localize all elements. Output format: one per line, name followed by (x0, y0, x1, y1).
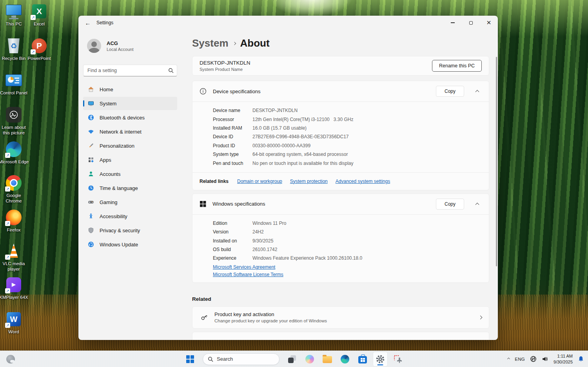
file-explorer-icon (323, 356, 332, 363)
desktop-icon-firefox[interactable]: ↗ Firefox (0, 208, 29, 233)
copilot-button[interactable] (302, 352, 317, 367)
hidden-icons-chevron[interactable] (507, 358, 510, 360)
device-specifications-header[interactable]: Device specifications Copy (192, 81, 489, 101)
desktop-icon-label: This PC (6, 22, 22, 27)
desktop-icon-label: Excel (34, 22, 45, 27)
desktop-icon-google-chrome[interactable]: ↗ Google Chrome (0, 174, 29, 204)
spec-row: Device nameDESKTOP-JNTKDLN (213, 106, 482, 115)
windows-specs-copy-button[interactable]: Copy (436, 199, 464, 210)
collapse-button[interactable] (474, 86, 480, 96)
chevron-up-icon (475, 202, 479, 206)
desktop-icon-excel[interactable]: X ↗ Excel (24, 2, 55, 27)
sidebar-item-system[interactable]: System (83, 97, 177, 110)
tray-time: 1:11 AM (554, 353, 573, 359)
settings-content: System About DESKTOP-JNTKDLN System Prod… (182, 30, 498, 340)
sidebar-item-accessibility[interactable]: Accessibility (83, 210, 177, 223)
capture-tool-button[interactable] (390, 352, 405, 367)
pc-product-name: System Product Name (200, 67, 250, 72)
sidebar-item-windows-update[interactable]: Windows Update (83, 238, 177, 251)
sidebar-item-time-language[interactable]: Time & language (83, 181, 177, 195)
related-links-label: Related links (200, 179, 229, 184)
spec-row: System type64-bit operating system, x64-… (213, 150, 482, 159)
copilot-icon (305, 355, 314, 363)
sidebar-item-network-internet[interactable]: Network & internet (83, 125, 177, 138)
settings-search-box[interactable] (83, 65, 177, 76)
desktop-icon-microsoft-edge[interactable]: ↗ Microsoft Edge (0, 140, 29, 165)
scrollbar[interactable] (496, 57, 497, 266)
language-indicator[interactable]: ENG (515, 357, 525, 362)
home-icon (88, 86, 94, 92)
sidebar-item-bluetooth-devices[interactable]: Bluetooth & devices (83, 111, 177, 124)
this-pc-icon (6, 5, 22, 15)
privacy-shield-icon (88, 227, 94, 233)
spec-row: Installed on9/30/2025 (213, 237, 482, 245)
link-microsoft-services-agreement[interactable]: Microsoft Services Agreement (213, 264, 482, 270)
clock[interactable]: 1:11 AM 9/30/2025 (554, 353, 573, 365)
link-system-protection[interactable]: System protection (290, 179, 328, 184)
window-title: Settings (96, 20, 113, 25)
breadcrumb-system[interactable]: System (192, 37, 229, 49)
minimize-button[interactable] (444, 16, 462, 30)
picture-info-icon (6, 107, 22, 123)
sidebar-item-personalization[interactable]: Personalization (83, 139, 177, 152)
sidebar-item-privacy-security[interactable]: Privacy & security (83, 224, 177, 237)
device-specs-copy-button[interactable]: Copy (436, 86, 464, 97)
desktop-icon-control-panel[interactable]: Control Panel (0, 71, 29, 96)
network-icon (88, 128, 94, 135)
link-microsoft-software-license-terms[interactable]: Microsoft Software License Terms (213, 272, 482, 277)
shortcut-arrow-icon: ↗ (5, 186, 10, 192)
notification-bell-icon[interactable] (578, 356, 584, 362)
windows-specifications-header[interactable]: Windows specifications Copy (192, 194, 489, 214)
settings-window: ← Settings ✕ ACG Local Account Home (78, 16, 498, 340)
maximize-button[interactable] (462, 16, 480, 30)
desktop-icon-label: Recycle Bin (2, 56, 26, 61)
breadcrumb: System About (192, 36, 489, 50)
network-globe-icon[interactable] (530, 356, 537, 362)
info-icon (200, 88, 207, 95)
related-heading: Related (192, 296, 489, 302)
desktop-icon-word[interactable]: W ↗ Word (0, 310, 29, 335)
taskbar-search-placeholder: Search (217, 356, 233, 362)
control-panel-icon (5, 74, 22, 86)
shortcut-arrow-icon: ↗ (5, 288, 10, 293)
sidebar-item-apps[interactable]: Apps (83, 153, 177, 166)
avatar (87, 39, 101, 53)
sidebar-item-home[interactable]: Home (83, 83, 177, 96)
desktop-icon-powerpoint[interactable]: P ↗ PowerPoint (24, 37, 55, 61)
link-domain-or-workgroup[interactable]: Domain or workgroup (237, 179, 282, 184)
spec-row: Product ID00330-80000-00000-AA399 (213, 141, 482, 150)
settings-button[interactable] (373, 352, 388, 367)
collapse-button[interactable] (474, 199, 480, 209)
desktop-icon-label: Control Panel (0, 90, 27, 96)
product-key-activation-row[interactable]: Product key and activation Change produc… (192, 306, 489, 329)
desktop-icon-vlc[interactable]: ↗ VLC media player (0, 242, 29, 272)
desktop-icon-learn-about-picture[interactable]: Learn about this picture (0, 106, 29, 136)
back-button[interactable]: ← (82, 18, 94, 28)
windows-logo-icon (200, 201, 206, 207)
start-button[interactable] (183, 352, 198, 367)
task-view-button[interactable] (285, 352, 299, 367)
page-title: About (240, 37, 270, 49)
settings-search-input[interactable] (87, 68, 168, 73)
titlebar[interactable]: ← Settings ✕ (78, 16, 498, 30)
desktop-icon-kmplayer[interactable]: ► ↗ KMPlayer 64X (0, 276, 29, 300)
file-explorer-button[interactable] (320, 352, 335, 367)
windows-update-icon (88, 241, 94, 248)
account-row[interactable]: ACG Local Account (83, 38, 177, 54)
sidebar-item-accounts[interactable]: Accounts (83, 167, 177, 181)
remote-desktop-row[interactable]: Remote desktop (192, 332, 489, 340)
microsoft-store-button[interactable] (355, 352, 370, 367)
spec-row: Installed RAM16.0 GB (15.7 GB usable) (213, 124, 482, 132)
close-button[interactable]: ✕ (480, 16, 498, 30)
microsoft-store-icon (358, 356, 367, 363)
device-specifications-card: Device specifications Copy Device nameDE… (192, 81, 489, 190)
taskbar-search[interactable]: Search (203, 353, 279, 365)
volume-icon[interactable] (542, 356, 548, 362)
edge-button[interactable] (338, 352, 352, 367)
rename-pc-button[interactable]: Rename this PC (432, 60, 482, 72)
widgets-weather-icon[interactable] (6, 355, 15, 363)
account-type: Local Account (107, 47, 134, 52)
sidebar-item-gaming[interactable]: Gaming (83, 195, 177, 209)
link-advanced-system-settings[interactable]: Advanced system settings (336, 179, 390, 184)
desktop-icon-label: PowerPoint (28, 56, 51, 61)
